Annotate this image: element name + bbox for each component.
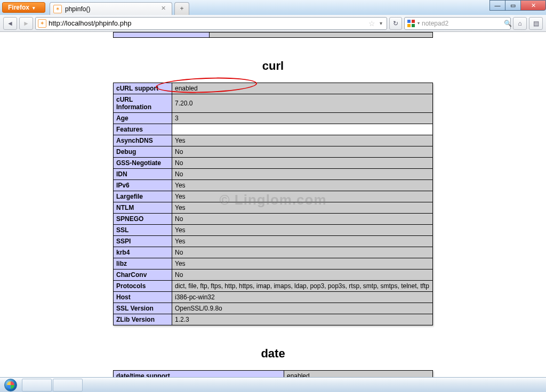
info-key: Debug — [114, 146, 172, 158]
info-value: Yes — [172, 135, 433, 146]
svg-rect-2 — [407, 24, 411, 27]
info-value: enabled — [172, 83, 433, 94]
info-key: NTLM — [114, 202, 172, 214]
table-row: SSLYes — [114, 225, 433, 236]
tab-close-icon[interactable]: ✕ — [161, 5, 168, 12]
info-value: Yes — [172, 258, 433, 270]
svg-rect-3 — [412, 24, 415, 27]
info-key: cURL support — [114, 83, 172, 94]
info-value: No — [172, 247, 433, 258]
window-minimize-button[interactable]: — — [489, 0, 505, 11]
table-row: SSL VersionOpenSSL/0.9.8o — [114, 303, 433, 314]
xampp-favicon-icon — [53, 5, 62, 13]
table-row: cURL supportenabled — [114, 83, 433, 94]
info-value: Yes — [172, 225, 433, 236]
google-search-engine-icon[interactable] — [407, 19, 415, 28]
window-close-button[interactable]: ✕ — [520, 0, 546, 11]
partial-table-top — [113, 32, 433, 38]
info-key: AsynchDNS — [114, 135, 172, 146]
site-identity-icon[interactable] — [38, 19, 46, 28]
tab-title: phpinfo() — [65, 5, 90, 13]
info-key: libz — [114, 258, 172, 270]
taskbar-item[interactable] — [22, 379, 52, 391]
reload-button[interactable]: ↻ — [389, 17, 402, 30]
table-row: krb4No — [114, 247, 433, 258]
info-value: Yes — [172, 180, 433, 191]
search-bar[interactable]: ▾ 🔍 — [404, 17, 511, 30]
svg-rect-1 — [412, 20, 415, 23]
info-key: ZLib Version — [114, 314, 172, 325]
nav-forward-button[interactable]: ► — [19, 17, 33, 30]
table-row: SSPIYes — [114, 236, 433, 247]
svg-rect-0 — [407, 20, 411, 23]
section-heading-date: date — [54, 347, 492, 361]
info-key: CharConv — [114, 270, 172, 281]
windows-taskbar[interactable] — [0, 377, 546, 392]
info-key: SSL Version — [114, 303, 172, 314]
table-row: ZLib Version1.2.3 — [114, 314, 433, 325]
table-row: Age3 — [114, 113, 433, 124]
info-value: Yes — [172, 191, 433, 202]
nav-back-button[interactable]: ◄ — [3, 17, 17, 30]
table-row: cURL Information7.20.0 — [114, 94, 433, 113]
table-row: Features — [114, 124, 433, 135]
url-input[interactable] — [49, 19, 366, 27]
search-go-icon[interactable]: 🔍 — [504, 20, 512, 27]
new-tab-button[interactable]: + — [174, 2, 189, 15]
bookmarks-menu-button[interactable]: ▤ — [529, 17, 543, 30]
info-key: Host — [114, 292, 172, 303]
info-key: Protocols — [114, 281, 172, 292]
info-value: No — [172, 158, 433, 169]
info-key: Age — [114, 113, 172, 124]
table-row: NTLMYes — [114, 202, 433, 214]
table-row: date/time supportenabled — [114, 371, 433, 378]
table-row: GSS-NegotiateNo — [114, 158, 433, 169]
info-key: SPNEGO — [114, 214, 172, 225]
start-button[interactable] — [0, 378, 21, 393]
info-value: Yes — [172, 236, 433, 247]
firefox-app-menu[interactable]: Firefox — [2, 2, 45, 13]
window-maximize-button[interactable]: ▭ — [505, 0, 521, 11]
info-key: krb4 — [114, 247, 172, 258]
info-key: cURL Information — [114, 94, 172, 113]
browser-tab[interactable]: phpinfo() ✕ — [50, 2, 172, 15]
info-value: No — [172, 146, 433, 158]
info-value — [172, 124, 433, 135]
info-value: 1.2.3 — [172, 314, 433, 325]
info-key: GSS-Negotiate — [114, 158, 172, 169]
search-input[interactable] — [422, 20, 502, 27]
bookmark-star-icon[interactable]: ☆ — [368, 19, 375, 28]
info-key: SSL — [114, 225, 172, 236]
taskbar-item[interactable] — [53, 379, 83, 391]
table-row: IPv6Yes — [114, 180, 433, 191]
page-viewport[interactable]: curl cURL supportenabledcURL Information… — [0, 32, 546, 377]
table-row: DebugNo — [114, 146, 433, 158]
search-engine-dropdown-icon[interactable]: ▾ — [417, 21, 420, 26]
curl-info-table: cURL supportenabledcURL Information7.20.… — [113, 83, 433, 325]
info-value: enabled — [284, 371, 433, 378]
url-history-dropdown-icon[interactable]: ▾ — [378, 20, 384, 26]
info-key: Features — [114, 124, 172, 135]
info-value: OpenSSL/0.9.8o — [172, 303, 433, 314]
table-row: SPNEGONo — [114, 214, 433, 225]
info-value: 3 — [172, 113, 433, 124]
table-row: IDNNo — [114, 169, 433, 180]
info-value: i386-pc-win32 — [172, 292, 433, 303]
info-value: No — [172, 214, 433, 225]
table-row: Protocolsdict, file, ftp, ftps, http, ht… — [114, 281, 433, 292]
table-row: Hosti386-pc-win32 — [114, 292, 433, 303]
table-row: AsynchDNSYes — [114, 135, 433, 146]
info-value: dict, file, ftp, ftps, http, https, imap… — [172, 281, 433, 292]
info-key: Largefile — [114, 191, 172, 202]
info-key: IPv6 — [114, 180, 172, 191]
info-value: 7.20.0 — [172, 94, 433, 113]
section-heading-curl: curl — [54, 59, 492, 73]
info-value: No — [172, 270, 433, 281]
url-bar[interactable]: ☆ ▾ — [35, 17, 387, 30]
info-key: SSPI — [114, 236, 172, 247]
info-key: IDN — [114, 169, 172, 180]
date-info-table: date/time supportenabled"Olson" Timezone… — [113, 370, 433, 377]
table-row: libzYes — [114, 258, 433, 270]
info-value: Yes — [172, 202, 433, 214]
home-button[interactable]: ⌂ — [513, 17, 527, 30]
